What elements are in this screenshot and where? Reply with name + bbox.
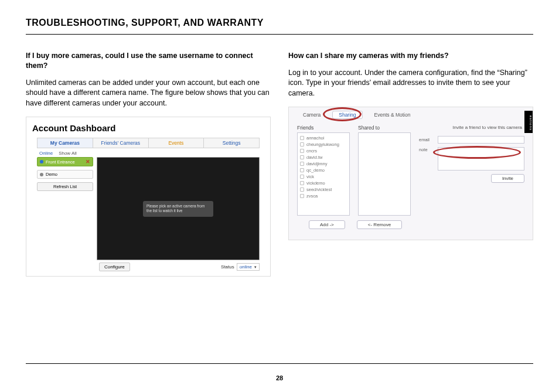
dashboard-tabs: My Cameras Friends' Cameras Events Setti… bbox=[37, 138, 260, 148]
chevron-down-icon: ▾ bbox=[254, 265, 257, 270]
friends-listbox[interactable]: annachoicheungyiukwongcncrsdavid.twdavid… bbox=[297, 132, 350, 216]
faq-question-right: How can I share my cameras with my frien… bbox=[288, 51, 533, 61]
refresh-list-button[interactable]: Refresh List bbox=[37, 182, 93, 191]
friend-name: david.tw bbox=[306, 155, 323, 160]
tab-camera[interactable]: Camera bbox=[299, 111, 324, 119]
email-label: email bbox=[419, 137, 434, 142]
shared-column: Shared to bbox=[358, 125, 411, 216]
tab-friends-cameras[interactable]: Friends' Cameras bbox=[93, 138, 149, 148]
tab-my-cameras[interactable]: My Cameras bbox=[38, 138, 93, 148]
camera-item-demo[interactable]: Demo bbox=[37, 170, 93, 179]
add-button[interactable]: Add -> bbox=[309, 220, 345, 229]
faq-question-left: If I buy more cameras, could I use the s… bbox=[26, 51, 271, 71]
camera-list-panel: Front Entrance ✕ Demo Refresh List bbox=[37, 157, 93, 260]
email-field[interactable] bbox=[438, 136, 524, 144]
camera-name-selected: Front Entrance bbox=[46, 159, 75, 165]
friend-name: vickdemo bbox=[306, 180, 325, 186]
move-buttons-row: Add -> <- Remove bbox=[309, 220, 533, 229]
friend-name: cncrs bbox=[306, 148, 317, 154]
friends-list-item[interactable]: annachoi bbox=[300, 135, 347, 141]
friend-name: seed/vicktest bbox=[306, 187, 332, 192]
friend-name: vick bbox=[306, 174, 314, 179]
dashboard-body: Front Entrance ✕ Demo Refresh List Pleas… bbox=[37, 157, 260, 260]
invite-button[interactable]: Invite bbox=[491, 174, 524, 183]
dashboard-screenshot: Account Dashboard My Cameras Friends' Ca… bbox=[26, 117, 271, 277]
sharing-screenshot: estions Camera Sharing Events & Motion F… bbox=[288, 107, 533, 240]
content-columns: If I buy more cameras, could I use the s… bbox=[26, 51, 533, 277]
subtab-online[interactable]: Online bbox=[39, 151, 53, 156]
left-column: If I buy more cameras, could I use the s… bbox=[26, 51, 271, 277]
checkbox-icon[interactable] bbox=[300, 142, 304, 146]
remove-camera-icon[interactable]: ✕ bbox=[86, 159, 90, 165]
status-dot-icon bbox=[40, 173, 43, 176]
status-value: online bbox=[240, 264, 252, 270]
status-dot-icon bbox=[40, 160, 43, 163]
friend-name: davidjimny bbox=[306, 161, 327, 166]
friend-name: zvsca bbox=[306, 193, 318, 199]
friends-list-item[interactable]: david.tw bbox=[300, 154, 347, 161]
divider-top bbox=[26, 34, 533, 35]
note-label: note bbox=[419, 147, 434, 152]
friends-list-item[interactable]: cncrs bbox=[300, 148, 347, 154]
dashboard-footer: Configure Status online ▾ bbox=[99, 263, 260, 271]
friends-list-item[interactable]: zvsca bbox=[300, 193, 347, 199]
friends-list-item[interactable]: seed/vicktest bbox=[300, 186, 347, 193]
status-area: Status online ▾ bbox=[221, 263, 260, 271]
friends-column: Friends annachoicheungyiukwongcncrsdavid… bbox=[297, 125, 350, 216]
dashboard-subtabs: Online Show All bbox=[39, 151, 265, 156]
sharing-columns: Friends annachoicheungyiukwongcncrsdavid… bbox=[289, 125, 533, 216]
friend-name: cheungyiukwong bbox=[306, 142, 339, 147]
side-tab[interactable]: estions bbox=[524, 111, 533, 133]
remove-button[interactable]: <- Remove bbox=[357, 220, 402, 229]
friend-name: annachoi bbox=[306, 135, 324, 141]
checkbox-icon[interactable] bbox=[300, 194, 304, 198]
status-select[interactable]: online ▾ bbox=[237, 263, 260, 271]
friends-list-item[interactable]: vickdemo bbox=[300, 180, 347, 186]
divider-bottom bbox=[26, 363, 533, 364]
camera-name-demo: Demo bbox=[46, 172, 57, 177]
status-label: Status bbox=[221, 264, 234, 270]
tab-settings[interactable]: Settings bbox=[204, 138, 259, 148]
invite-panel: Invite a friend to view this camera emai… bbox=[419, 125, 524, 216]
checkbox-icon[interactable] bbox=[300, 155, 304, 159]
invite-header: Invite a friend to view this camera bbox=[419, 125, 524, 130]
video-preview: Please pick an active camera from the li… bbox=[97, 157, 260, 260]
friends-list-item[interactable]: vick bbox=[300, 173, 347, 180]
dashboard-title: Account Dashboard bbox=[32, 123, 265, 133]
tab-sharing[interactable]: Sharing bbox=[332, 111, 362, 119]
sharing-tabs-row: Camera Sharing Events & Motion bbox=[299, 111, 533, 119]
tab-events-motion[interactable]: Events & Motion bbox=[371, 111, 414, 119]
camera-item-selected[interactable]: Front Entrance ✕ bbox=[37, 157, 93, 166]
friend-name: qc_demo bbox=[306, 168, 325, 173]
section-title: TROUBLESHOOTING, SUPPORT, AND WARRANTY bbox=[26, 18, 533, 28]
page-number: 28 bbox=[0, 374, 559, 381]
shared-listbox[interactable] bbox=[358, 132, 411, 216]
friends-label: Friends bbox=[297, 125, 350, 131]
checkbox-icon[interactable] bbox=[300, 162, 304, 166]
checkbox-icon[interactable] bbox=[300, 168, 304, 172]
subtab-show-all[interactable]: Show All bbox=[59, 151, 77, 156]
checkbox-icon[interactable] bbox=[300, 175, 304, 179]
checkbox-icon[interactable] bbox=[300, 136, 304, 140]
shared-label: Shared to bbox=[358, 125, 411, 131]
friends-list-item[interactable]: qc_demo bbox=[300, 167, 347, 173]
right-column: How can I share my cameras with my frien… bbox=[288, 51, 533, 277]
faq-answer-left: Unlimited cameras can be added under you… bbox=[26, 78, 271, 109]
checkbox-icon[interactable] bbox=[300, 188, 304, 192]
tab-events[interactable]: Events bbox=[149, 138, 204, 148]
checkbox-icon[interactable] bbox=[300, 181, 304, 185]
friends-list-item[interactable]: davidjimny bbox=[300, 161, 347, 167]
faq-answer-right: Log in to your account. Under the camera… bbox=[288, 68, 533, 99]
friends-list-item[interactable]: cheungyiukwong bbox=[300, 141, 347, 148]
checkbox-icon[interactable] bbox=[300, 149, 304, 153]
note-field[interactable] bbox=[438, 147, 524, 171]
configure-button[interactable]: Configure bbox=[99, 263, 130, 271]
video-overlay-message: Please pick an active camera from the li… bbox=[143, 201, 213, 216]
